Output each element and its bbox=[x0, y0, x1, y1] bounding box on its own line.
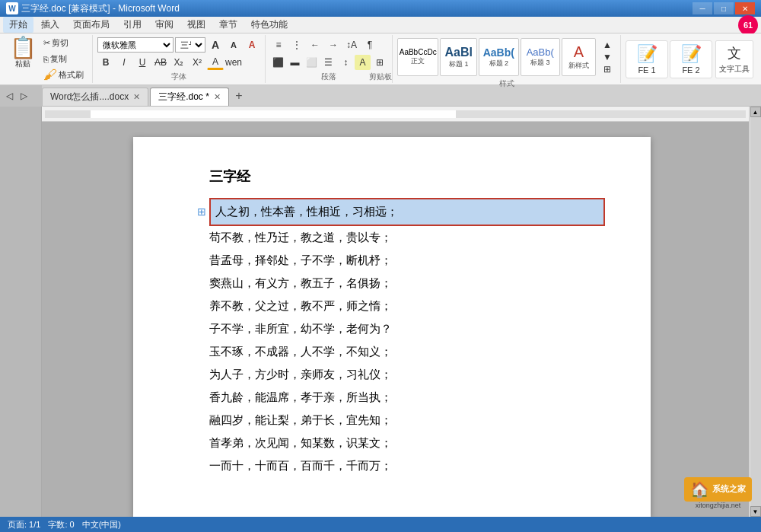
style-h3-preview: AaBb( bbox=[527, 46, 554, 58]
menu-yinyong[interactable]: 引用 bbox=[117, 17, 148, 33]
menu-kaishi[interactable]: 开始 bbox=[3, 17, 33, 33]
notification-badge[interactable]: 61 bbox=[738, 15, 758, 35]
font-shrink-button[interactable]: A bbox=[225, 37, 242, 53]
ribbon: 📋 粘贴 ✂ 剪切 ⎘ 复制 🖌 bbox=[0, 33, 761, 85]
fill-color-button[interactable]: A bbox=[355, 55, 370, 70]
doc-line-11: 一而十，十而百，百而千，千而万； bbox=[209, 454, 605, 477]
watermark-house-icon: 🏠 bbox=[690, 480, 709, 499]
style-new[interactable]: A 新样式 bbox=[562, 38, 596, 76]
style-normal-preview: AaBbCcDc bbox=[400, 48, 437, 56]
bold-button[interactable]: B bbox=[97, 55, 114, 70]
style-normal[interactable]: AaBbCcDc 正文 bbox=[397, 38, 438, 76]
doc-line-4: 养不教，父之过，教不严，师之惰； bbox=[209, 295, 605, 317]
style-new-preview: A bbox=[574, 43, 584, 61]
style-heading2[interactable]: AaBb( 标题 2 bbox=[479, 38, 518, 76]
underline-button[interactable]: U bbox=[134, 55, 151, 70]
indent-decrease-button[interactable]: ← bbox=[307, 37, 323, 53]
scissors-icon: ✂ bbox=[43, 38, 50, 48]
style-h1-label: 标题 1 bbox=[449, 59, 469, 69]
style-new-label: 新样式 bbox=[568, 61, 589, 71]
font-grow-button[interactable]: A bbox=[207, 37, 224, 53]
styles-scroll-up[interactable]: ▲ bbox=[599, 40, 616, 50]
font-color-highlight[interactable]: A bbox=[244, 37, 260, 53]
paste-button[interactable]: 📋 粘贴 bbox=[8, 36, 38, 71]
style-h2-preview: AaBb( bbox=[483, 46, 514, 59]
scroll-up-button[interactable]: ▲ bbox=[750, 107, 761, 117]
text-highlight-button[interactable]: wen bbox=[225, 55, 242, 70]
page-info: 页面: 1/1 bbox=[8, 519, 40, 530]
font-size-selector[interactable]: 三号 bbox=[175, 37, 205, 53]
tab-sanzijing[interactable]: 三字经.doc * ✕ bbox=[150, 88, 229, 106]
tab-sanzijing-label: 三字经.doc * bbox=[158, 91, 209, 104]
maximize-button[interactable]: □ bbox=[714, 2, 734, 14]
copy-button[interactable]: ⎘ 复制 bbox=[40, 52, 88, 67]
indent-increase-button[interactable]: → bbox=[325, 37, 342, 53]
doc-line-9: 融四岁，能让梨，弟于长，宜先知； bbox=[209, 409, 605, 432]
align-justify-button[interactable]: ☰ bbox=[321, 55, 336, 70]
style-h2-label: 标题 2 bbox=[489, 59, 509, 68]
italic-button[interactable]: I bbox=[116, 55, 132, 70]
style-h1-preview: AaBl bbox=[444, 46, 472, 59]
watermark-name: 系统之家 bbox=[712, 484, 746, 494]
watermark-url: xitongzhijia.net bbox=[696, 502, 741, 509]
doc-line-3: 窦燕山，有义方，教五子，名俱扬； bbox=[209, 272, 605, 295]
paragraph-indicator: ⊞ bbox=[197, 205, 206, 218]
watermark: 🏠 系统之家 xitongzhijia.net bbox=[684, 477, 752, 509]
align-right-button[interactable]: ⬜ bbox=[304, 55, 320, 70]
doc-title: 三字经 bbox=[209, 167, 250, 186]
minimize-button[interactable]: ─ bbox=[693, 2, 712, 14]
superscript-button[interactable]: X² bbox=[189, 55, 205, 70]
style-heading3[interactable]: AaBb( 标题 3 bbox=[521, 38, 560, 76]
horizontal-ruler bbox=[42, 107, 749, 122]
styles-scroll-down[interactable]: ▼ bbox=[599, 52, 616, 62]
doc-line-5: 子不学，非所宜，幼不学，老何为？ bbox=[209, 317, 605, 340]
doc-line-10: 首孝弟，次见闻，知某数，识某文； bbox=[209, 432, 605, 454]
copy-icon: ⎘ bbox=[43, 55, 49, 64]
menu-charu[interactable]: 插入 bbox=[35, 17, 65, 33]
forward-button[interactable]: ▷ bbox=[18, 89, 30, 103]
word-count: 字数: 0 bbox=[48, 519, 74, 530]
menu-tesegongneng[interactable]: 特色功能 bbox=[245, 17, 294, 33]
border-button[interactable]: ⊞ bbox=[372, 55, 387, 70]
lang-indicator: 中文(中国) bbox=[82, 519, 121, 530]
vertical-scrollbar[interactable]: ▲ ▼ bbox=[749, 107, 761, 517]
list-number-button[interactable]: ⋮ bbox=[288, 37, 305, 53]
text-tools-icon: 文 bbox=[728, 44, 741, 62]
sort-button[interactable]: ↕A bbox=[343, 37, 360, 53]
new-tab-button[interactable]: + bbox=[231, 88, 247, 104]
paste-label: 粘贴 bbox=[15, 59, 30, 69]
style-h3-label: 标题 3 bbox=[530, 58, 550, 68]
style-heading1[interactable]: AaBl 标题 1 bbox=[440, 38, 477, 76]
doc-line-1: 苟不教，性乃迁，教之道，贵以专； bbox=[209, 226, 605, 249]
line-spacing-button[interactable]: ↕ bbox=[338, 55, 353, 70]
list-bullet-button[interactable]: ≡ bbox=[270, 37, 287, 53]
font-color-button[interactable]: A bbox=[207, 55, 224, 70]
subscript-button[interactable]: X₂ bbox=[170, 55, 187, 70]
doc-line-6: 玉不琢，不成器，人不学，不知义； bbox=[209, 340, 605, 363]
back-button[interactable]: ◁ bbox=[3, 89, 16, 103]
menu-yemian[interactable]: 页面布局 bbox=[67, 17, 116, 33]
tab-word-docx[interactable]: Word怎么插....docx ✕ bbox=[42, 88, 148, 106]
title-bar: W 三字经.doc [兼容模式] - Microsoft Word ─ □ ✕ bbox=[0, 0, 761, 17]
fe2-icon: 📝 bbox=[681, 44, 702, 64]
cut-button[interactable]: ✂ 剪切 bbox=[40, 36, 88, 51]
style-normal-label: 正文 bbox=[411, 56, 425, 66]
font-name-selector[interactable]: 微软雅黑 bbox=[97, 37, 174, 53]
strikethrough-button[interactable]: AB bbox=[152, 55, 169, 70]
menu-zhangjie[interactable]: 章节 bbox=[213, 17, 244, 33]
doc-scroll-area[interactable]: 三字经 ⊞ 人之初，性本善，性相近，习相远； 苟不教，性乃迁，教之道，贵以专； … bbox=[42, 122, 749, 517]
close-button[interactable]: ✕ bbox=[735, 2, 755, 14]
menu-bar: 开始 插入 页面布局 引用 审阅 视图 章节 特色功能 61 bbox=[0, 17, 761, 33]
clipboard-group: 📋 粘贴 ✂ 剪切 ⎘ 复制 🖌 bbox=[3, 35, 93, 83]
status-bar: 页面: 1/1 字数: 0 中文(中国) bbox=[0, 517, 761, 532]
selected-line: 人之初，性本善，性相近，习相远； bbox=[209, 198, 605, 226]
align-left-button[interactable]: ⬛ bbox=[270, 55, 285, 70]
paste-icon: 📋 bbox=[10, 37, 37, 59]
menu-shenyue[interactable]: 审阅 bbox=[149, 17, 180, 33]
show-hide-button[interactable]: ¶ bbox=[361, 37, 378, 53]
menu-shitu[interactable]: 视图 bbox=[181, 17, 212, 33]
tab-docx-close[interactable]: ✕ bbox=[133, 92, 140, 102]
tab-sanzijing-close[interactable]: ✕ bbox=[214, 92, 221, 102]
align-center-button[interactable]: ▬ bbox=[287, 55, 302, 70]
title-text: 三字经.doc [兼容模式] - Microsoft Word bbox=[21, 2, 180, 15]
